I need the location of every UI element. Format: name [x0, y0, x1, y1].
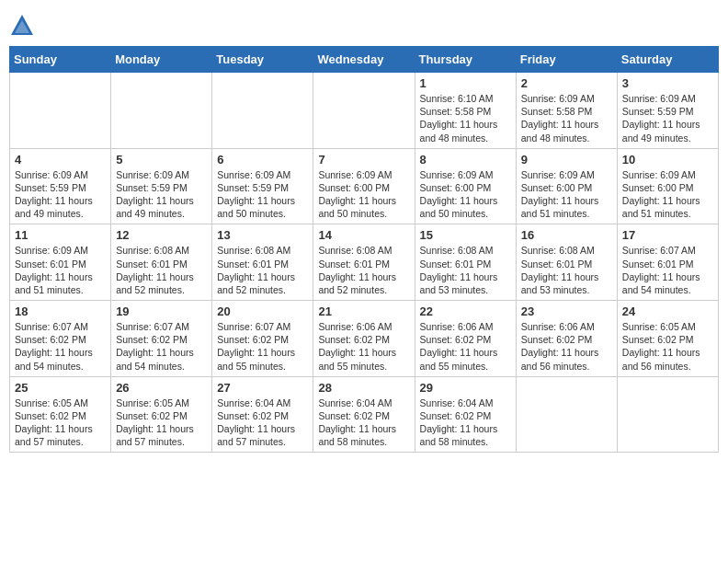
day-info: Sunrise: 6:04 AM Sunset: 6:02 PM Dayligh… [420, 396, 511, 449]
day-number: 9 [521, 153, 612, 167]
calendar-cell: 23Sunrise: 6:06 AM Sunset: 6:02 PM Dayli… [516, 301, 617, 377]
col-header-wednesday: Wednesday [313, 47, 415, 73]
day-number: 27 [217, 381, 308, 395]
day-info: Sunrise: 6:10 AM Sunset: 5:58 PM Dayligh… [420, 92, 511, 144]
day-number: 4 [15, 153, 106, 167]
day-info: Sunrise: 6:08 AM Sunset: 6:01 PM Dayligh… [521, 244, 612, 296]
day-number: 28 [318, 381, 409, 395]
calendar-cell: 16Sunrise: 6:08 AM Sunset: 6:01 PM Dayli… [516, 224, 617, 301]
day-info: Sunrise: 6:07 AM Sunset: 6:02 PM Dayligh… [217, 320, 308, 373]
day-info: Sunrise: 6:05 AM Sunset: 6:02 PM Dayligh… [15, 396, 106, 449]
day-info: Sunrise: 6:07 AM Sunset: 6:01 PM Dayligh… [622, 244, 713, 296]
calendar-cell: 28Sunrise: 6:04 AM Sunset: 6:02 PM Dayli… [313, 376, 415, 453]
day-number: 5 [116, 153, 207, 167]
col-header-tuesday: Tuesday [212, 47, 313, 73]
day-info: Sunrise: 6:08 AM Sunset: 6:01 PM Dayligh… [420, 244, 511, 296]
day-number: 19 [116, 304, 207, 318]
calendar-cell: 11Sunrise: 6:09 AM Sunset: 6:01 PM Dayli… [10, 224, 111, 301]
calendar-cell: 27Sunrise: 6:04 AM Sunset: 6:02 PM Dayli… [212, 376, 313, 453]
calendar-cell [111, 73, 212, 149]
day-number: 1 [420, 76, 511, 90]
day-info: Sunrise: 6:04 AM Sunset: 6:02 PM Dayligh… [217, 396, 308, 449]
calendar-cell: 15Sunrise: 6:08 AM Sunset: 6:01 PM Dayli… [415, 224, 516, 301]
day-info: Sunrise: 6:09 AM Sunset: 6:00 PM Dayligh… [318, 168, 409, 221]
day-info: Sunrise: 6:09 AM Sunset: 6:01 PM Dayligh… [15, 244, 106, 296]
day-number: 12 [116, 228, 207, 242]
day-info: Sunrise: 6:09 AM Sunset: 5:59 PM Dayligh… [15, 168, 106, 221]
day-number: 8 [420, 153, 511, 167]
day-info: Sunrise: 6:08 AM Sunset: 6:01 PM Dayligh… [217, 244, 308, 296]
day-number: 3 [622, 76, 713, 90]
logo [9, 13, 39, 39]
calendar-cell: 25Sunrise: 6:05 AM Sunset: 6:02 PM Dayli… [10, 376, 111, 453]
day-number: 11 [15, 228, 106, 242]
day-info: Sunrise: 6:09 AM Sunset: 6:00 PM Dayligh… [420, 168, 511, 221]
calendar-cell: 14Sunrise: 6:08 AM Sunset: 6:01 PM Dayli… [313, 224, 415, 301]
day-number: 10 [622, 153, 713, 167]
calendar-week-3: 11Sunrise: 6:09 AM Sunset: 6:01 PM Dayli… [10, 224, 719, 301]
calendar-cell: 22Sunrise: 6:06 AM Sunset: 6:02 PM Dayli… [415, 301, 516, 377]
day-number: 18 [15, 304, 106, 318]
day-info: Sunrise: 6:07 AM Sunset: 6:02 PM Dayligh… [15, 320, 106, 373]
day-number: 13 [217, 228, 308, 242]
day-number: 6 [217, 153, 308, 167]
day-number: 16 [521, 228, 612, 242]
day-number: 21 [318, 304, 409, 318]
calendar-cell: 20Sunrise: 6:07 AM Sunset: 6:02 PM Dayli… [212, 301, 313, 377]
calendar-cell: 18Sunrise: 6:07 AM Sunset: 6:02 PM Dayli… [10, 301, 111, 377]
calendar-cell: 10Sunrise: 6:09 AM Sunset: 6:00 PM Dayli… [617, 148, 718, 224]
calendar-cell: 17Sunrise: 6:07 AM Sunset: 6:01 PM Dayli… [617, 224, 718, 301]
calendar-cell: 21Sunrise: 6:06 AM Sunset: 6:02 PM Dayli… [313, 301, 415, 377]
calendar-cell: 13Sunrise: 6:08 AM Sunset: 6:01 PM Dayli… [212, 224, 313, 301]
calendar-cell: 4Sunrise: 6:09 AM Sunset: 5:59 PM Daylig… [10, 148, 111, 224]
calendar-cell: 3Sunrise: 6:09 AM Sunset: 5:59 PM Daylig… [617, 73, 718, 149]
col-header-friday: Friday [516, 47, 617, 73]
day-info: Sunrise: 6:08 AM Sunset: 6:01 PM Dayligh… [318, 244, 409, 296]
day-info: Sunrise: 6:09 AM Sunset: 5:59 PM Dayligh… [217, 168, 308, 221]
day-info: Sunrise: 6:06 AM Sunset: 6:02 PM Dayligh… [420, 320, 511, 373]
day-number: 26 [116, 381, 207, 395]
calendar-cell: 12Sunrise: 6:08 AM Sunset: 6:01 PM Dayli… [111, 224, 212, 301]
day-number: 7 [318, 153, 409, 167]
day-number: 29 [420, 381, 511, 395]
day-info: Sunrise: 6:09 AM Sunset: 5:58 PM Dayligh… [521, 92, 612, 144]
day-number: 20 [217, 304, 308, 318]
calendar-cell [313, 73, 415, 149]
day-number: 23 [521, 304, 612, 318]
calendar-cell: 5Sunrise: 6:09 AM Sunset: 5:59 PM Daylig… [111, 148, 212, 224]
col-header-thursday: Thursday [415, 47, 516, 73]
calendar-cell: 26Sunrise: 6:05 AM Sunset: 6:02 PM Dayli… [111, 376, 212, 453]
col-header-saturday: Saturday [617, 47, 718, 73]
calendar-cell: 24Sunrise: 6:05 AM Sunset: 6:02 PM Dayli… [617, 301, 718, 377]
day-number: 15 [420, 228, 511, 242]
calendar-cell: 1Sunrise: 6:10 AM Sunset: 5:58 PM Daylig… [415, 73, 516, 149]
calendar-cell: 6Sunrise: 6:09 AM Sunset: 5:59 PM Daylig… [212, 148, 313, 224]
calendar-cell [516, 376, 617, 453]
calendar-cell [212, 73, 313, 149]
calendar-cell: 7Sunrise: 6:09 AM Sunset: 6:00 PM Daylig… [313, 148, 415, 224]
logo-icon [9, 13, 35, 39]
day-number: 14 [318, 228, 409, 242]
col-header-monday: Monday [111, 47, 212, 73]
calendar-cell: 29Sunrise: 6:04 AM Sunset: 6:02 PM Dayli… [415, 376, 516, 453]
calendar-table: SundayMondayTuesdayWednesdayThursdayFrid… [9, 46, 719, 453]
day-info: Sunrise: 6:04 AM Sunset: 6:02 PM Dayligh… [318, 396, 409, 449]
calendar-cell [10, 73, 111, 149]
day-info: Sunrise: 6:09 AM Sunset: 6:00 PM Dayligh… [622, 168, 713, 221]
calendar-cell: 19Sunrise: 6:07 AM Sunset: 6:02 PM Dayli… [111, 301, 212, 377]
day-info: Sunrise: 6:07 AM Sunset: 6:02 PM Dayligh… [116, 320, 207, 373]
calendar-week-2: 4Sunrise: 6:09 AM Sunset: 5:59 PM Daylig… [10, 148, 719, 224]
day-info: Sunrise: 6:09 AM Sunset: 5:59 PM Dayligh… [116, 168, 207, 221]
col-header-sunday: Sunday [10, 47, 111, 73]
calendar-cell: 8Sunrise: 6:09 AM Sunset: 6:00 PM Daylig… [415, 148, 516, 224]
day-info: Sunrise: 6:05 AM Sunset: 6:02 PM Dayligh… [622, 320, 713, 373]
day-info: Sunrise: 6:09 AM Sunset: 6:00 PM Dayligh… [521, 168, 612, 221]
calendar-header-row: SundayMondayTuesdayWednesdayThursdayFrid… [10, 47, 719, 73]
calendar-cell: 2Sunrise: 6:09 AM Sunset: 5:58 PM Daylig… [516, 73, 617, 149]
day-number: 25 [15, 381, 106, 395]
day-info: Sunrise: 6:05 AM Sunset: 6:02 PM Dayligh… [116, 396, 207, 449]
day-number: 2 [521, 76, 612, 90]
day-number: 24 [622, 304, 713, 318]
calendar-cell: 9Sunrise: 6:09 AM Sunset: 6:00 PM Daylig… [516, 148, 617, 224]
day-info: Sunrise: 6:08 AM Sunset: 6:01 PM Dayligh… [116, 244, 207, 296]
